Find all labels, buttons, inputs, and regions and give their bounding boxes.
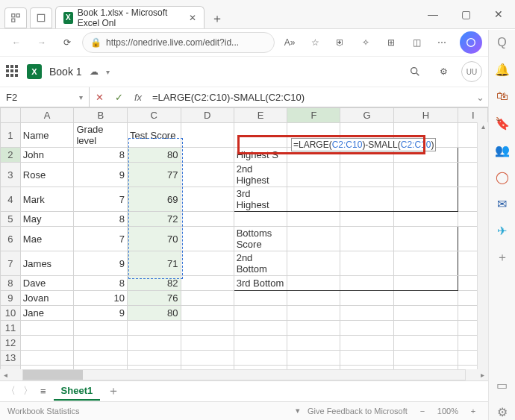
forward-button: → xyxy=(31,32,52,53)
row-header[interactable]: 5 xyxy=(1,212,21,227)
sheet-tab-active[interactable]: Sheet1 xyxy=(54,382,101,401)
sidebar-shopping-icon[interactable]: 🛍 xyxy=(494,88,511,104)
sidebar-tag-icon[interactable]: 🔖 xyxy=(494,115,511,131)
prev-sheet-button[interactable]: 〈 xyxy=(6,384,16,398)
refresh-button[interactable]: ⟳ xyxy=(57,32,78,53)
row-header[interactable]: 13 xyxy=(1,351,21,366)
formula-input[interactable]: =LARGE(C2:C10)-SMALL(C2:C10) xyxy=(148,87,472,107)
name-box-dropdown-icon[interactable]: ▾ xyxy=(79,93,83,101)
excel-icon: X xyxy=(63,12,73,24)
help-dropdown-icon[interactable]: ▾ xyxy=(296,406,300,416)
browser-tab-active[interactable]: X Book 1.xlsx - Microsoft Excel Onl ✕ xyxy=(55,6,205,28)
browser-toolbar: ← → ⟳ 🔒 https://onedrive.live.com/edit?i… xyxy=(0,29,488,57)
zoom-out-button[interactable]: − xyxy=(415,407,430,416)
svg-rect-0 xyxy=(12,14,15,17)
row-header[interactable]: 14 xyxy=(1,366,21,369)
svg-rect-2 xyxy=(12,19,15,22)
row-header[interactable]: 3 xyxy=(1,163,21,187)
excel-logo-icon: X xyxy=(27,64,42,79)
settings-icon[interactable]: ⚙ xyxy=(433,61,454,82)
sidebar-send-icon[interactable]: ✈ xyxy=(494,222,511,239)
cell-edit-overlay[interactable]: =LARGE(C2:C10)-SMALL(C2:C10) xyxy=(291,138,436,151)
app-launcher-icon[interactable] xyxy=(6,65,19,78)
excel-header: X Book 1 ☁ ▾ ⚙ UU xyxy=(0,57,488,87)
sidebar-bell-icon[interactable]: 🔔 xyxy=(494,61,511,78)
col-header-G[interactable]: G xyxy=(340,108,393,123)
col-header-D[interactable]: D xyxy=(181,108,234,123)
window-close-button[interactable]: ✕ xyxy=(482,0,515,28)
name-box[interactable]: F2 ▾ xyxy=(0,87,90,107)
sidebar-office-icon[interactable]: ◯ xyxy=(494,169,511,185)
horizontal-scrollbar[interactable]: ◂ ▸ xyxy=(0,369,488,380)
collections-icon[interactable]: ⊞ xyxy=(381,32,402,53)
row-header[interactable]: 6 xyxy=(1,227,21,251)
cloud-save-icon[interactable]: ☁ xyxy=(90,66,99,77)
scroll-right-icon[interactable]: ▸ xyxy=(477,371,488,379)
row-header[interactable]: 1 xyxy=(1,123,21,148)
vertical-tabs-icon[interactable] xyxy=(30,7,52,28)
formula-bar: F2 ▾ ✕ ✓ fx =LARGE(C2:C10)-SMALL(C2:C10)… xyxy=(0,87,488,107)
sidebar-add-icon[interactable]: ＋ xyxy=(494,249,511,266)
select-all-corner[interactable] xyxy=(1,108,21,123)
all-sheets-icon[interactable]: ≡ xyxy=(40,386,46,397)
fx-label[interactable]: fx xyxy=(128,87,148,107)
copilot-icon[interactable] xyxy=(460,31,482,54)
row-header[interactable]: 10 xyxy=(1,306,21,321)
close-tab-icon[interactable]: ✕ xyxy=(189,13,196,23)
reader-mode-icon[interactable]: A» xyxy=(279,32,300,53)
svg-rect-3 xyxy=(37,14,44,21)
zoom-level[interactable]: 100% xyxy=(437,407,458,416)
col-header-F[interactable]: F xyxy=(287,108,340,123)
chevron-down-icon[interactable]: ▾ xyxy=(106,68,110,76)
window-maximize-button[interactable]: ▢ xyxy=(449,0,482,28)
svg-line-6 xyxy=(416,73,419,75)
new-tab-button[interactable]: ＋ xyxy=(207,9,227,28)
address-bar[interactable]: 🔒 https://onedrive.live.com/edit?id... xyxy=(82,32,275,53)
vertical-scrollbar[interactable]: ▴ xyxy=(477,122,488,369)
search-icon[interactable] xyxy=(405,61,425,82)
lock-icon: 🔒 xyxy=(90,37,102,48)
user-avatar[interactable]: UU xyxy=(461,61,482,82)
split-screen-icon[interactable]: ◫ xyxy=(406,32,427,53)
row-header[interactable]: 11 xyxy=(1,321,21,336)
scroll-left-icon[interactable]: ◂ xyxy=(0,371,11,379)
col-header-H[interactable]: H xyxy=(393,108,458,123)
col-header-E[interactable]: E xyxy=(234,108,287,123)
sheet-tab-bar: 〈 〉 ≡ Sheet1 ＋ xyxy=(0,380,488,401)
sidebar-search-icon[interactable]: Q xyxy=(494,34,511,51)
more-icon[interactable]: ⋯ xyxy=(431,32,452,53)
tracking-icon[interactable]: ⛨ xyxy=(330,32,351,53)
expand-formula-bar-icon[interactable]: ⌄ xyxy=(472,92,488,103)
row-header[interactable]: 2 xyxy=(1,148,21,163)
workspaces-tab-icon[interactable] xyxy=(4,7,27,28)
sidebar-skype-icon[interactable]: 👥 xyxy=(494,142,511,158)
svg-point-5 xyxy=(411,68,417,74)
col-header-B[interactable]: B xyxy=(74,108,128,123)
row-header[interactable]: 12 xyxy=(1,336,21,351)
window-titlebar: X Book 1.xlsx - Microsoft Excel Onl ✕ ＋ … xyxy=(0,0,515,29)
col-header-C[interactable]: C xyxy=(128,108,181,123)
scroll-up-icon[interactable]: ▴ xyxy=(478,122,488,134)
row-header[interactable]: 8 xyxy=(1,276,21,291)
cancel-formula-button[interactable]: ✕ xyxy=(90,87,109,107)
next-sheet-button[interactable]: 〉 xyxy=(23,384,33,398)
document-name[interactable]: Book 1 xyxy=(49,66,82,78)
sidebar-collapse-icon[interactable]: ▭ xyxy=(494,377,511,393)
sidebar-outlook-icon[interactable]: ✉ xyxy=(494,195,511,212)
add-sheet-button[interactable]: ＋ xyxy=(107,383,119,399)
zoom-in-button[interactable]: + xyxy=(466,407,481,416)
row-header[interactable]: 7 xyxy=(1,251,21,276)
sidebar-settings-icon[interactable]: ⚙ xyxy=(494,404,511,420)
favorite-icon[interactable]: ☆ xyxy=(305,32,325,53)
accept-formula-button[interactable]: ✓ xyxy=(109,87,128,107)
row-header[interactable]: 4 xyxy=(1,187,21,212)
back-button[interactable]: ← xyxy=(6,32,27,53)
row-header[interactable]: 9 xyxy=(1,291,21,306)
col-header-A[interactable]: A xyxy=(20,108,74,123)
window-minimize-button[interactable]: — xyxy=(416,0,449,28)
favorites-bar-icon[interactable]: ✧ xyxy=(355,32,376,53)
feedback-button[interactable]: Give Feedback to Microsoft xyxy=(308,407,408,416)
col-header-I[interactable]: I xyxy=(458,108,488,123)
browser-sidebar: Q 🔔 🛍 🔖 👥 ◯ ✉ ✈ ＋ ▭ ⚙ xyxy=(488,30,515,420)
workbook-stats-button[interactable]: Workbook Statistics xyxy=(7,407,79,416)
